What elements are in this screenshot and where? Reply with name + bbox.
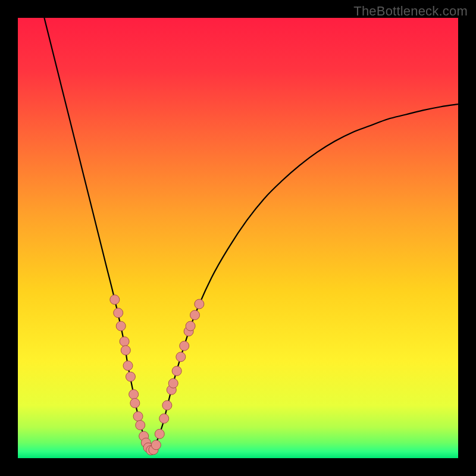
background-gradient (18, 18, 458, 458)
chart-frame: TheBottleneck.com (0, 0, 476, 476)
watermark-text: TheBottleneck.com (353, 4, 468, 19)
plot-area (18, 18, 458, 458)
svg-rect-0 (18, 18, 458, 458)
